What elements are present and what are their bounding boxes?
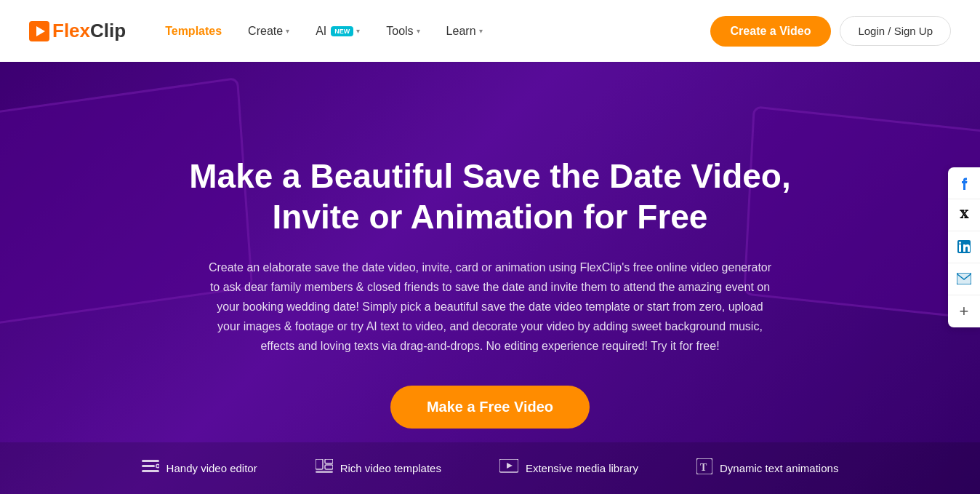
feature-rich-templates-label: Rich video templates (340, 462, 441, 474)
logo[interactable]: FlexClip (29, 20, 126, 42)
nav-right: Create a Video Login / Sign Up (710, 16, 951, 47)
nav-links: Templates Create ▾ AI NEW ▾ Tools ▾ Lear… (155, 19, 710, 44)
media-library-icon (499, 459, 518, 477)
more-share-button[interactable]: + (948, 295, 980, 327)
svg-rect-10 (316, 471, 333, 473)
feature-handy-editor-label: Handy video editor (166, 462, 257, 474)
logo-text: FlexClip (52, 20, 126, 42)
feature-rich-templates: Rich video templates (316, 458, 441, 478)
nav-item-ai[interactable]: AI NEW ▾ (305, 19, 370, 44)
feature-handy-editor: Handy video editor (142, 458, 257, 478)
ai-new-badge: NEW (331, 26, 353, 36)
plus-icon: + (960, 302, 969, 321)
nav-item-learn[interactable]: Learn ▾ (436, 19, 493, 44)
navbar: FlexClip Templates Create ▾ AI NEW ▾ Too… (0, 0, 980, 62)
svg-rect-2 (142, 460, 159, 462)
svg-rect-3 (142, 465, 155, 467)
make-free-video-button[interactable]: Make a Free Video (390, 386, 590, 429)
hero-section: Make a Beautiful Save the Date Video, In… (0, 62, 980, 494)
hero-content: Make a Beautiful Save the Date Video, In… (163, 156, 817, 428)
svg-rect-7 (316, 459, 323, 469)
email-share-button[interactable] (948, 263, 980, 295)
svg-point-17 (959, 242, 961, 244)
hero-title: Make a Beautiful Save the Date Video, In… (163, 156, 817, 236)
features-row: Handy video editor Rich video templates (0, 442, 980, 494)
svg-rect-4 (142, 470, 159, 472)
svg-point-6 (156, 465, 158, 467)
svg-marker-12 (507, 463, 513, 469)
svg-rect-18 (957, 273, 971, 284)
chevron-down-icon: ▾ (479, 27, 483, 35)
svg-text:T: T (700, 462, 707, 473)
social-sidebar: 𝕏 + (948, 167, 980, 327)
feature-media-library: Extensive media library (499, 458, 638, 478)
linkedin-share-button[interactable] (948, 231, 980, 263)
chevron-down-icon: ▾ (286, 27, 289, 35)
nav-item-create[interactable]: Create ▾ (238, 19, 300, 44)
svg-rect-8 (325, 459, 333, 463)
text-animations-icon: T (696, 458, 712, 478)
create-video-button[interactable]: Create a Video (710, 16, 832, 47)
feature-media-library-label: Extensive media library (526, 462, 638, 474)
nav-item-templates[interactable]: Templates (155, 19, 232, 44)
twitter-share-button[interactable]: 𝕏 (948, 199, 980, 231)
hero-description: Create an elaborate save the date video,… (206, 258, 774, 356)
svg-rect-16 (959, 244, 961, 252)
rich-templates-icon (316, 459, 333, 477)
feature-text-animations: T Dynamic text animations (696, 458, 838, 478)
handy-editor-icon (142, 460, 159, 477)
facebook-share-button[interactable] (948, 167, 980, 199)
chevron-down-icon: ▾ (356, 27, 360, 35)
chevron-down-icon: ▾ (417, 27, 420, 35)
twitter-x-icon: 𝕏 (960, 208, 968, 221)
login-signup-button[interactable]: Login / Sign Up (840, 16, 951, 46)
nav-item-tools[interactable]: Tools ▾ (376, 19, 430, 44)
feature-text-animations-label: Dynamic text animations (720, 462, 838, 474)
svg-rect-9 (325, 465, 333, 469)
